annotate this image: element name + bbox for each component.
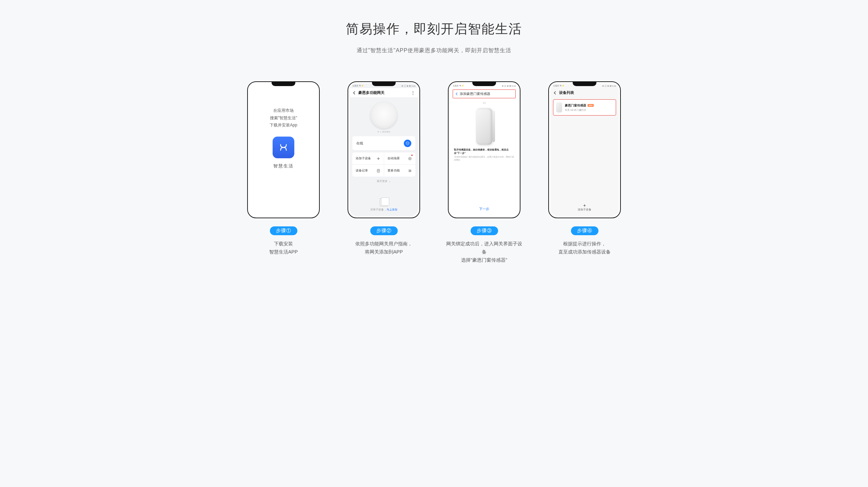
phone-mockup-4: 无服务 ⇋ ⚡ ❋ ⚪ ✱ ⬒ 3:28 设备列表 豪恩门窗传感器 NEW: [548, 81, 621, 218]
online-status: 在线: [356, 141, 404, 146]
sensor-device-image: [476, 108, 492, 145]
add-now-link[interactable]: 马上添加: [387, 208, 397, 211]
step-badge-1: 步骤①: [270, 226, 297, 235]
step-4: 无服务 ⇋ ⚡ ❋ ⚪ ✱ ⬒ 3:28 设备列表 豪恩门窗传感器 NEW: [545, 81, 624, 264]
sliders-icon: [408, 169, 412, 173]
app-logo-icon: [278, 142, 289, 153]
phone-notch: [372, 82, 396, 86]
scene-icon: [408, 157, 412, 161]
step-desc-2: 依照多功能网关用户指南， 将网关添加到APP: [355, 240, 412, 256]
step-badge-4: 步骤④: [571, 226, 598, 235]
step-1: 在应用市场 搜索"智慧生活" 下载并安装App 智慧生活: [244, 81, 323, 264]
download-instruction: 在应用市场 搜索"智慧生活" 下载并安装App: [270, 107, 297, 129]
phone-notch: [573, 82, 596, 86]
log-icon: [376, 169, 380, 173]
sensor-thumbnail: [556, 102, 562, 113]
plus-icon: +: [550, 203, 619, 208]
plus-icon: [376, 157, 380, 161]
back-icon[interactable]: [352, 91, 356, 95]
add-subdevice-footer[interactable]: + 添加子设备: [550, 200, 619, 216]
page-title: 简易操作，即刻开启智能生活: [190, 20, 678, 38]
svg-point-3: [409, 169, 410, 170]
device-name: 豪恩门窗传感器: [565, 103, 586, 108]
svg-point-1: [410, 158, 411, 159]
step-badge-3: 步骤③: [471, 226, 498, 235]
add-sensor-header: 添加豪恩门窗传感器: [453, 89, 516, 98]
back-icon[interactable]: [455, 92, 458, 96]
device-log-button[interactable]: 设备记录: [352, 165, 384, 177]
nav-title: 设备列表: [559, 90, 574, 95]
empty-icon: [380, 198, 388, 206]
page-subtitle: 通过"智慧生活"APP使用豪恩多功能网关，即刻开启智慧生活: [190, 47, 678, 54]
phone-mockup-3: 无服务 ⇋ ⚡ ❋ ⚪ ✱ ⬒ 3:28 添加豪恩门窗传感器 1/2 取开传感器…: [448, 81, 520, 218]
shield-icon: [406, 141, 410, 145]
nav-bar: 设备列表: [550, 88, 619, 97]
add-subdevice-button[interactable]: 添加子设备: [352, 153, 384, 164]
expand-more[interactable]: 展开更多 ⌄: [350, 177, 418, 186]
more-icon[interactable]: ⋮: [411, 91, 415, 95]
next-button[interactable]: 下一步: [450, 202, 518, 216]
phone-notch: [272, 82, 295, 86]
phone-mockup-1: 在应用市场 搜索"智慧生活" 下载并安装App 智慧生活: [247, 81, 320, 218]
svg-point-4: [410, 170, 411, 171]
instruction-text: 取开传感器后盖，抽出绝缘体，使设备通电，然后点击"下一步": [450, 148, 518, 155]
step-3: 无服务 ⇋ ⚡ ❋ ⚪ ✱ ⬒ 3:28 添加豪恩门窗传感器 1/2 取开传感器…: [445, 81, 524, 264]
gateway-device-image: [371, 102, 397, 128]
step-2: 无服务 ⇋ ⚡ ❋ ⚪ ✱ ⬒ 3:28 豪恩多功能网关 ⋮ ✕ | iHORN…: [344, 81, 423, 264]
auto-scene-button[interactable]: 自动场景: [384, 153, 416, 164]
app-name: 智慧生活: [273, 163, 294, 169]
steps-row: 在应用市场 搜索"智慧生活" 下载并安装App 智慧生活: [190, 81, 678, 264]
empty-state: 没有子设备，马上添加: [350, 195, 418, 216]
back-icon[interactable]: [553, 91, 557, 95]
online-status-row: 在线: [352, 136, 415, 150]
new-badge: NEW: [588, 104, 594, 107]
phone-mockup-2: 无服务 ⇋ ⚡ ❋ ⚪ ✱ ⬒ 3:28 豪恩多功能网关 ⋮ ✕ | iHORN…: [348, 81, 420, 218]
add-sensor-title: 添加豪恩门窗传感器: [460, 92, 490, 96]
app-icon[interactable]: [273, 137, 294, 158]
nav-bar: 豪恩多功能网关 ⋮: [350, 88, 418, 97]
instruction-note: *添加时请确保门窗传感器靠近网关，距离不要超过30米，网络不要跨网段: [450, 155, 518, 162]
step-desc-4: 根据提示进行操作， 直至成功添加传感器设备: [558, 240, 611, 256]
svg-point-5: [409, 171, 410, 172]
shield-button[interactable]: [404, 140, 411, 147]
step-counter: 1/2: [450, 102, 518, 104]
phone-notch: [472, 82, 496, 86]
brand-label: ✕ | iHORN: [350, 130, 418, 133]
step-badge-2: 步骤②: [370, 226, 398, 235]
device-list-item[interactable]: 豪恩门窗传感器 NEW 今天 14:15 门窗打开: [553, 99, 616, 116]
step-desc-1: 下载安装 智慧生活APP: [269, 240, 298, 256]
more-features-button[interactable]: 更多功能: [384, 165, 416, 177]
device-status: 今天 14:15 门窗打开: [565, 108, 613, 112]
nav-title: 豪恩多功能网关: [358, 90, 384, 95]
step-desc-3: 网关绑定成功后，进入网关界面子设备 选择"豪恩门窗传感器": [445, 240, 524, 264]
